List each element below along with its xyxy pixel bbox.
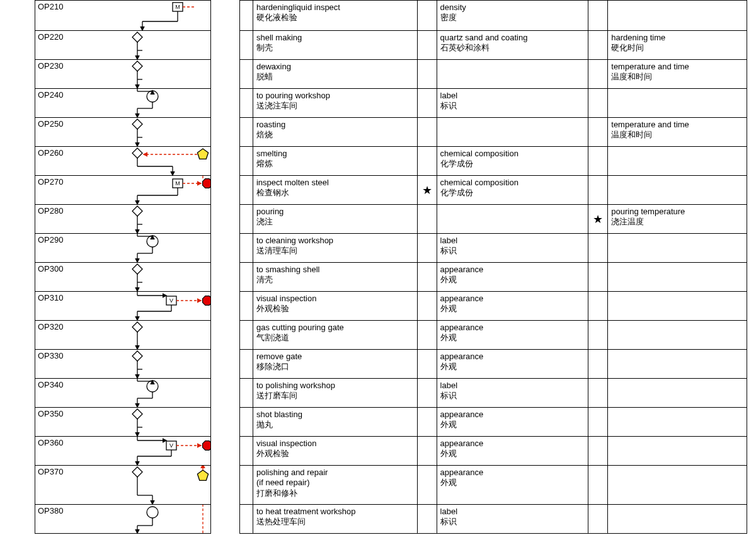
star-cell-2 [588, 321, 608, 349]
svg-marker-21 [132, 119, 142, 129]
op-id: OP260 [35, 147, 83, 175]
gap [240, 176, 253, 204]
gap [240, 60, 253, 88]
op-id: OP330 [35, 350, 83, 378]
star-cell-1 [418, 466, 437, 504]
flow-svg [83, 321, 210, 349]
col2-cell: density密度 [437, 1, 589, 30]
svg-marker-33 [203, 179, 210, 188]
op-id: OP360 [35, 437, 83, 465]
flow-svg [83, 31, 210, 59]
flow-row: OP350 [35, 408, 210, 437]
gap [240, 437, 253, 465]
col2-cell: label标识 [437, 89, 589, 117]
star-cell-2 [588, 89, 608, 117]
desc-cell: to polishing workshop送打磨车间 [253, 379, 418, 407]
desc-cell: visual inspection外观检验 [253, 292, 418, 320]
star-cell-1 [418, 350, 437, 378]
star-cell-2 [588, 31, 608, 59]
gap [240, 89, 253, 117]
desc-cell: hardeningliquid inspect硬化液检验 [253, 1, 418, 30]
star-cell-2 [588, 118, 608, 146]
desc-cell: dewaxing脱蜡 [253, 60, 418, 88]
op-id: OP230 [35, 60, 83, 88]
col2-cell: appearance外观 [437, 437, 589, 465]
gap [240, 408, 253, 436]
flow-svg [83, 466, 210, 504]
star-cell-1 [418, 437, 437, 465]
desc-cell: inspect molten steel检查钢水 [253, 176, 418, 204]
op-id: OP350 [35, 408, 83, 436]
col2-cell: chemical composition化学成份 [437, 176, 589, 204]
table-row: roasting焙烧temperature and time温度和时间 [240, 118, 747, 147]
op-id: OP380 [35, 505, 83, 533]
table-row: to cleaning workshop送清理车间label标识 [240, 234, 747, 263]
flow-row: OP340 [35, 379, 210, 408]
col3-cell [608, 292, 747, 320]
table-row: dewaxing脱蜡temperature and time温度和时间 [240, 60, 747, 89]
flow-svg [83, 505, 210, 533]
col3-cell [608, 89, 747, 117]
op-id: OP290 [35, 234, 83, 262]
star-cell-2 [588, 408, 608, 436]
desc-cell: visual inspection外观检验 [253, 437, 418, 465]
gap [240, 263, 253, 291]
star-cell-1 [418, 60, 437, 88]
col3-cell [608, 350, 747, 378]
star-cell-1 [418, 234, 437, 262]
flow-row: OP290 [35, 234, 210, 263]
svg-point-14 [147, 91, 158, 102]
star-cell-1 [418, 31, 437, 59]
gap [240, 31, 253, 59]
table-row: hardeningliquid inspect硬化液检验density密度 [240, 1, 747, 31]
col3-cell: pouring temperature浇注温度 [608, 205, 747, 233]
gap [240, 505, 253, 533]
star-cell-1 [418, 379, 437, 407]
op-id: OP280 [35, 205, 83, 233]
col3-cell [608, 234, 747, 262]
op-id: OP220 [35, 31, 83, 59]
col3-cell [608, 321, 747, 349]
col2-cell: label标识 [437, 234, 589, 262]
svg-point-71 [147, 381, 158, 392]
star-cell-2 [588, 292, 608, 320]
op-id: OP300 [35, 263, 83, 291]
table-row: visual inspection外观检验appearance外观 [240, 292, 747, 321]
op-id: OP270 [35, 176, 83, 204]
star-cell-2 [588, 1, 608, 30]
col2-cell: appearance外观 [437, 350, 589, 378]
star-cell-2 [588, 466, 608, 504]
star-cell-1 [418, 147, 437, 175]
flow-svg [83, 147, 210, 175]
col2-cell: chemical composition化学成份 [437, 147, 589, 175]
desc-cell: polishing and repair(if need repair)打磨和修… [253, 466, 418, 504]
star-cell-1 [418, 263, 437, 291]
star-cell-2 [588, 234, 608, 262]
gap [240, 1, 253, 30]
table-row: polishing and repair(if need repair)打磨和修… [240, 466, 747, 505]
svg-point-98 [147, 507, 158, 518]
flow-svg: M [83, 176, 210, 204]
flow-svg: V [83, 292, 210, 320]
svg-marker-39 [132, 206, 142, 216]
col2-cell: quartz sand and coating石英砂和涂料 [437, 31, 589, 59]
svg-text:V: V [169, 442, 173, 449]
svg-marker-87 [203, 441, 210, 451]
flow-svg [83, 263, 210, 291]
star-cell-2 [588, 176, 608, 204]
col2-cell: label标识 [437, 505, 589, 533]
flow-row: OP250 [35, 118, 210, 147]
flow-svg [83, 89, 210, 117]
gap [240, 321, 253, 349]
svg-marker-50 [132, 264, 142, 274]
col3-cell [608, 437, 747, 465]
svg-marker-64 [132, 322, 142, 332]
star-cell-2 [588, 350, 608, 378]
col3-cell [608, 379, 747, 407]
svg-marker-78 [132, 409, 142, 419]
star-cell-1 [418, 321, 437, 349]
col3-cell [608, 408, 747, 436]
flow-svg [83, 408, 210, 436]
star-cell-2 [588, 379, 608, 407]
svg-marker-93 [197, 470, 208, 480]
